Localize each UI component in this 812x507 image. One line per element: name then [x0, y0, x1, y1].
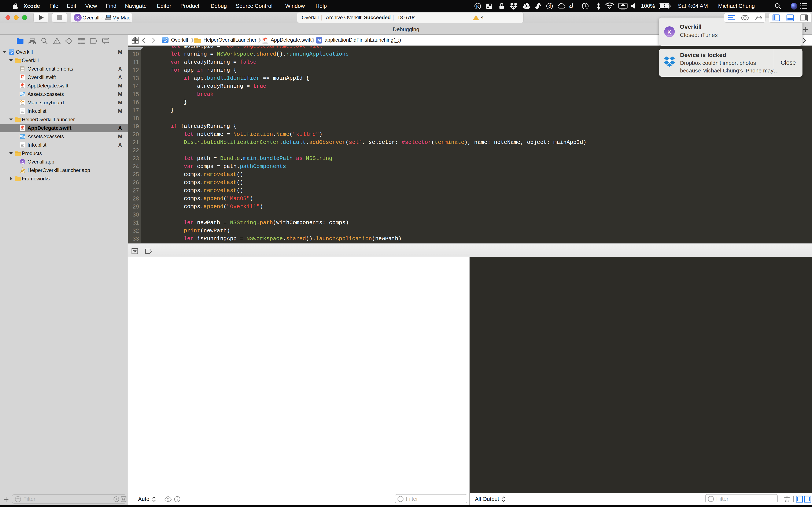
svg-text:K: K	[476, 4, 479, 8]
svg-text:M: M	[317, 38, 321, 43]
svg-text:K: K	[76, 15, 79, 20]
svg-text:d: d	[548, 4, 551, 8]
